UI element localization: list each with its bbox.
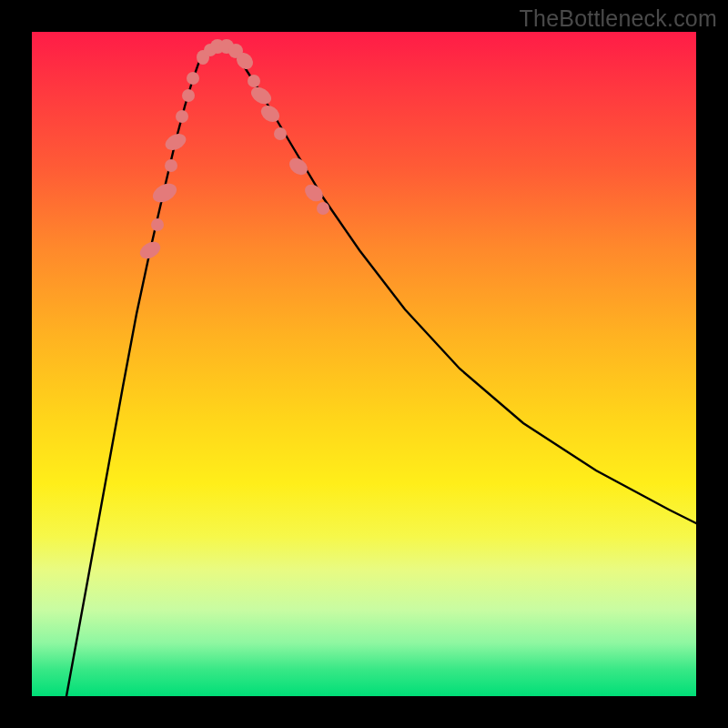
highlight-dot (163, 131, 189, 154)
highlight-dot (137, 238, 164, 262)
watermark-text: TheBottleneck.com (520, 5, 717, 32)
highlight-dot (165, 159, 177, 172)
chart-frame: TheBottleneck.com (0, 0, 728, 728)
highlight-dot (248, 84, 275, 107)
highlight-dot (248, 75, 260, 87)
left-curve (66, 46, 221, 696)
highlight-dot (317, 202, 329, 215)
highlight-dot (274, 127, 287, 140)
curves-svg (32, 32, 696, 696)
highlight-dot (301, 181, 326, 205)
highlight-dot (182, 89, 195, 102)
highlight-dot (187, 72, 199, 85)
highlight-dots (137, 39, 329, 262)
highlight-dot (151, 218, 164, 231)
highlight-dot (176, 110, 188, 123)
plot-area (32, 32, 696, 696)
right-curve (221, 46, 696, 523)
